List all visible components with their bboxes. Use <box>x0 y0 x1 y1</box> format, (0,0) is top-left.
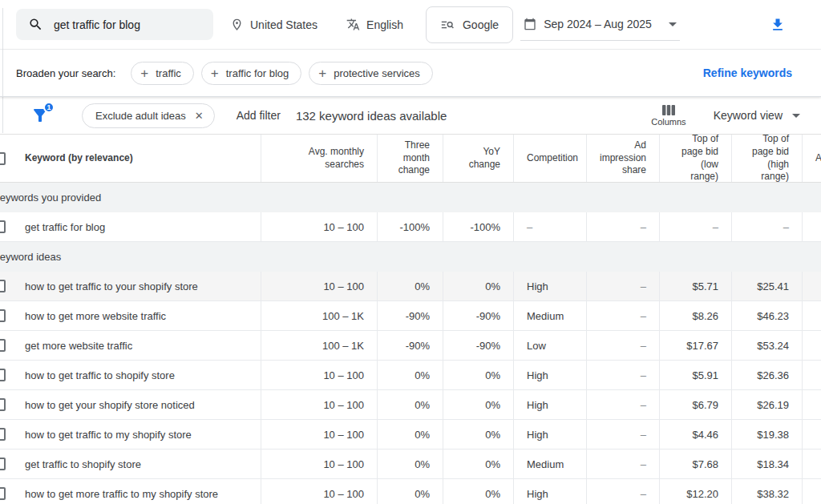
keyword-text: how to get more traffic to my shopify st… <box>25 488 218 500</box>
table-cell: 0% <box>443 479 513 504</box>
cell-value: -90% <box>476 340 500 352</box>
table-cell: -90% <box>443 331 513 360</box>
cell-value: – <box>641 280 646 292</box>
cell-value: Acc <box>815 152 821 165</box>
keyword-text: get more website traffic <box>25 340 132 352</box>
table-cell <box>802 479 821 504</box>
row-checkbox[interactable] <box>0 220 6 233</box>
table-cell: how to get traffic to my shopify store <box>0 420 261 449</box>
column-header[interactable]: YoY change <box>443 135 513 182</box>
table-cell: – <box>513 212 586 241</box>
close-icon[interactable]: ✕ <box>195 110 204 122</box>
add-filter-button[interactable]: Add filter <box>237 109 281 122</box>
table-row[interactable]: how to get more website traffic100 – 1K-… <box>0 301 821 331</box>
columns-label: Columns <box>651 117 686 127</box>
table-cell: get traffic for blog <box>0 212 261 241</box>
column-header[interactable]: Avg. monthly searches <box>261 135 377 182</box>
keyword-search-input[interactable]: get traffic for blog <box>16 9 213 40</box>
table-cell: High <box>513 272 586 300</box>
table-cell: – <box>731 212 802 241</box>
active-filter-chip[interactable]: Exclude adult ideas ✕ <box>82 103 215 128</box>
column-header[interactable]: Ad impression share <box>586 135 659 182</box>
table-cell: how to get your shopify store noticed <box>0 390 261 419</box>
table-cell: – <box>586 450 659 478</box>
row-checkbox[interactable] <box>0 309 6 322</box>
row-checkbox[interactable] <box>0 487 6 500</box>
table-cell: High <box>513 420 586 449</box>
broaden-chip-protective-services[interactable]: + protective services <box>309 62 433 85</box>
column-header[interactable]: Three month change <box>377 135 443 182</box>
location-selector[interactable]: United States <box>230 18 317 31</box>
table-header-row: Keyword (by relevance)Avg. monthly searc… <box>0 135 821 183</box>
cell-value: 0% <box>485 458 500 470</box>
broaden-search-label: Broaden your search: <box>16 67 115 79</box>
cell-value: Avg. monthly searches <box>274 146 364 171</box>
table-cell: Medium <box>513 450 586 478</box>
row-checkbox[interactable] <box>0 428 6 441</box>
table-cell <box>802 420 821 449</box>
row-checkbox[interactable] <box>0 339 6 352</box>
table-row[interactable]: how to get traffic to your shopify store… <box>0 272 821 301</box>
column-header[interactable]: Top of page bid (high range) <box>731 135 802 182</box>
row-checkbox[interactable] <box>0 280 6 292</box>
table-cell: 0% <box>443 390 513 419</box>
cell-value: Top of page bid (low range) <box>673 135 718 182</box>
table-row[interactable]: how to get your shopify store noticed10 … <box>0 390 821 420</box>
table-cell: Low <box>513 331 586 360</box>
keyword-text: how to get more website traffic <box>25 310 166 322</box>
broaden-chip-traffic-for-blog[interactable]: + traffic for blog <box>201 62 301 85</box>
table-row[interactable]: how to get traffic to my shopify store10… <box>0 420 821 450</box>
filter-button[interactable]: 1 <box>30 106 50 125</box>
cell-value: High <box>527 399 548 411</box>
table-cell: how to get traffic to your shopify store <box>0 272 261 300</box>
table-cell: $38.32 <box>731 479 802 504</box>
language-selector[interactable]: English <box>346 18 403 31</box>
table-row[interactable]: how to get traffic to shopify store10 – … <box>0 361 821 390</box>
row-checkbox[interactable] <box>0 398 6 411</box>
column-header[interactable]: Competition <box>513 135 586 182</box>
date-range-selector[interactable]: Sep 2024 – Aug 2025 <box>520 9 680 41</box>
table-cell: 0% <box>377 361 443 389</box>
select-all-checkbox[interactable] <box>0 152 6 165</box>
cell-value: 0% <box>485 369 500 381</box>
table-cell: $46.23 <box>731 301 802 330</box>
cell-value: 0% <box>485 488 500 500</box>
table-cell: 10 – 100 <box>261 390 377 419</box>
columns-button[interactable]: Columns <box>651 104 686 127</box>
table-cell: High <box>513 361 586 389</box>
cell-value: YoY change <box>456 146 500 171</box>
table-row[interactable]: get more website traffic100 – 1K-90%-90%… <box>0 331 821 361</box>
network-selector[interactable]: Google <box>426 6 513 43</box>
cell-value: $26.19 <box>757 399 789 411</box>
cell-value: $8.26 <box>692 310 718 322</box>
table-row[interactable]: get traffic for blog10 – 100-100%-100%––… <box>0 212 821 242</box>
cell-value: Low <box>527 340 546 352</box>
column-header[interactable]: Acc <box>802 135 821 182</box>
cell-value: $12.20 <box>686 488 718 500</box>
row-checkbox[interactable] <box>0 369 6 381</box>
broaden-search-bar: Broaden your search: + traffic + traffic… <box>0 50 821 97</box>
refine-keywords-link[interactable]: Refine keywords <box>703 67 792 79</box>
cell-value: $53.24 <box>757 340 789 352</box>
table-cell: – <box>586 420 659 449</box>
table-cell: -100% <box>443 212 513 241</box>
keyword-column-label: Keyword (by relevance) <box>25 152 133 165</box>
calendar-icon <box>524 18 536 30</box>
keyword-ideas-count: 132 keyword ideas available <box>296 109 447 123</box>
table-row[interactable]: how to get more traffic to my shopify st… <box>0 479 821 504</box>
download-button[interactable] <box>770 17 786 33</box>
table-cell: – <box>586 212 659 241</box>
cell-value: – <box>641 488 646 500</box>
view-selector-label: Keyword view <box>714 109 783 122</box>
broaden-chip-traffic[interactable]: + traffic <box>131 62 194 85</box>
cell-value: $6.79 <box>692 399 718 411</box>
cell-value: – <box>641 310 646 322</box>
table-cell: – <box>586 390 659 419</box>
table-row[interactable]: get traffic to shopify store10 – 1000%0%… <box>0 450 821 479</box>
table-cell: Medium <box>513 301 586 330</box>
view-selector[interactable]: Keyword view <box>714 109 800 122</box>
column-header[interactable]: Keyword (by relevance) <box>0 135 261 182</box>
row-checkbox[interactable] <box>0 458 6 470</box>
table-cell: 10 – 100 <box>261 450 377 478</box>
column-header[interactable]: Top of page bid (low range) <box>659 135 731 182</box>
